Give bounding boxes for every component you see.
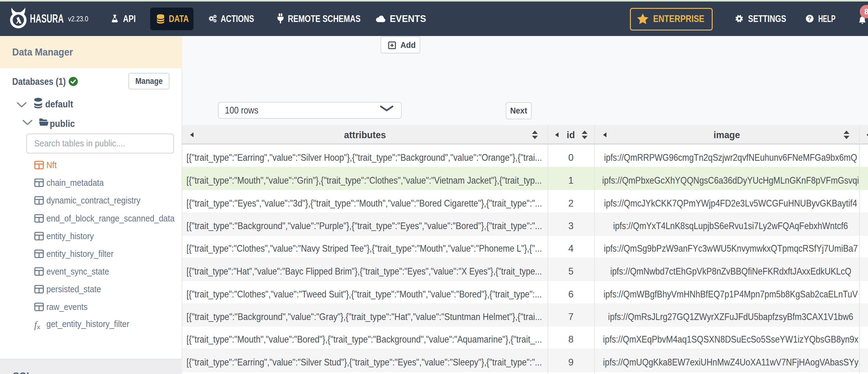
svg-text:?: ? [808, 15, 811, 22]
